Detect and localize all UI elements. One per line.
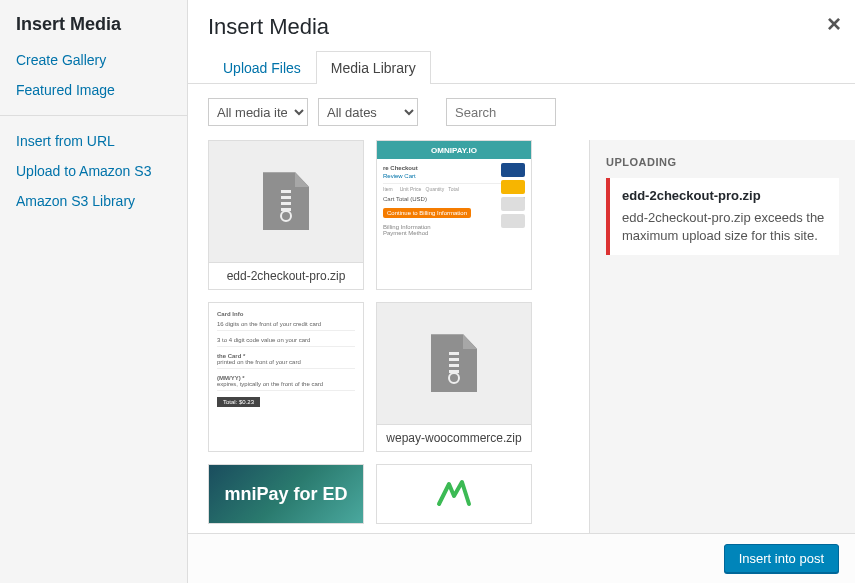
sidebar-insert-from-url[interactable]: Insert from URL [0, 126, 187, 156]
zip-icon [209, 141, 363, 262]
search-input[interactable] [446, 98, 556, 126]
sidebar-s3-library[interactable]: Amazon S3 Library [0, 186, 187, 216]
attachment-tile[interactable]: mniPay for ED [208, 464, 364, 524]
attachment-tile[interactable] [376, 464, 532, 524]
attachment-tile[interactable]: edd-2checkout-pro.zip [208, 140, 364, 290]
upload-filename: edd-2checkout-pro.zip [622, 188, 827, 203]
sidebar-create-gallery[interactable]: Create Gallery [0, 45, 187, 75]
zip-icon [377, 303, 531, 424]
media-grid-scroll[interactable]: edd-2checkout-pro.zip OMNIPAY.IO re Chec… [188, 140, 589, 533]
attachment-details: UPLOADING edd-2checkout-pro.zip edd-2che… [589, 140, 855, 533]
filter-media-type[interactable]: All media items [208, 98, 308, 126]
screenshot-thumb: OMNIPAY.IO re Checkout Review Cart Item … [377, 141, 531, 289]
close-icon[interactable]: × [827, 10, 841, 38]
attachment-tile[interactable]: wepay-woocommerce.zip [376, 302, 532, 452]
sidebar-featured-image[interactable]: Featured Image [0, 75, 187, 105]
upload-error-box: edd-2checkout-pro.zip edd-2checkout-pro.… [606, 178, 839, 255]
main-panel: Insert Media × Upload Files Media Librar… [188, 0, 855, 583]
sidebar-heading: Insert Media [0, 14, 187, 45]
sidebar-upload-s3[interactable]: Upload to Amazon S3 [0, 156, 187, 186]
attachment-tile[interactable]: Card Info 16 digits on the front of your… [208, 302, 364, 452]
media-grid: edd-2checkout-pro.zip OMNIPAY.IO re Chec… [208, 140, 579, 524]
media-toolbar: All media items All dates [188, 84, 855, 140]
tab-upload-files[interactable]: Upload Files [208, 51, 316, 84]
attachment-tile[interactable]: OMNIPAY.IO re Checkout Review Cart Item … [376, 140, 532, 290]
tab-media-library[interactable]: Media Library [316, 51, 431, 84]
tile-caption: wepay-woocommerce.zip [377, 424, 531, 451]
banner-thumb: mniPay for ED [209, 465, 363, 523]
insert-into-post-button[interactable]: Insert into post [724, 544, 839, 573]
screenshot-thumb: Card Info 16 digits on the front of your… [209, 303, 363, 451]
filter-date[interactable]: All dates [318, 98, 418, 126]
tile-caption: edd-2checkout-pro.zip [209, 262, 363, 289]
modal-title: Insert Media [208, 14, 835, 40]
upload-error-message: edd-2checkout-pro.zip exceeds the maximu… [622, 209, 827, 245]
uploading-heading: UPLOADING [606, 156, 839, 168]
modal-footer: Insert into post [188, 533, 855, 583]
sidebar-divider [0, 115, 187, 116]
media-menu-sidebar: Insert Media Create Gallery Featured Ima… [0, 0, 188, 583]
logo-thumb [377, 465, 531, 523]
